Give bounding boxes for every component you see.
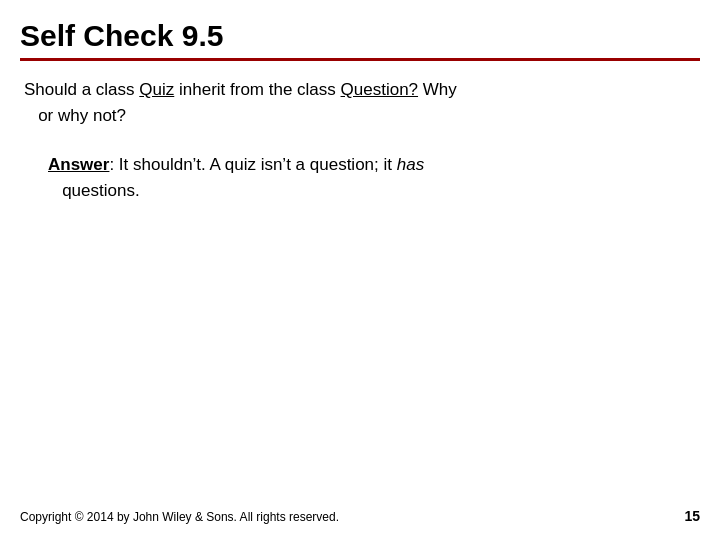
- title-section: Self Check 9.5: [20, 18, 700, 71]
- question-text-middle: inherit from the class: [174, 80, 340, 99]
- answer-italic-word: has: [397, 155, 424, 174]
- answer-colon: : It shouldn’t. A quiz isn’t a question;…: [109, 155, 396, 174]
- question-text: Should a class Quiz inherit from the cla…: [24, 77, 696, 128]
- answer-block: Answer: It shouldn’t. A quiz isn’t a que…: [48, 152, 696, 203]
- quiz-word: Quiz: [139, 80, 174, 99]
- question-word: Question?: [341, 80, 419, 99]
- page-container: Self Check 9.5 Should a class Quiz inher…: [0, 0, 720, 540]
- question-text-before-quiz: Should a class: [24, 80, 139, 99]
- answer-text-after: questions.: [48, 181, 140, 200]
- answer-label: Answer: [48, 155, 109, 174]
- title-divider: [20, 58, 700, 61]
- answer-text: Answer: It shouldn’t. A quiz isn’t a que…: [48, 155, 424, 200]
- content-section: Should a class Quiz inherit from the cla…: [20, 77, 700, 500]
- footer-page-number: 15: [684, 508, 700, 524]
- footer-copyright: Copyright © 2014 by John Wiley & Sons. A…: [20, 510, 339, 524]
- footer: Copyright © 2014 by John Wiley & Sons. A…: [20, 500, 700, 524]
- page-title: Self Check 9.5: [20, 18, 700, 54]
